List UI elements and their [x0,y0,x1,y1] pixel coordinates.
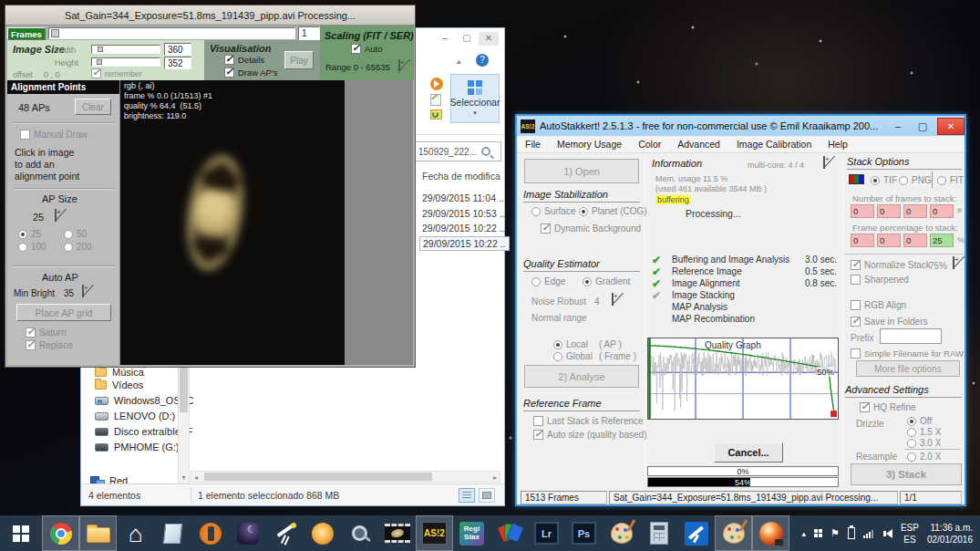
ap-size-100-radio[interactable]: 100 [18,242,46,252]
percent-stack-input-4[interactable] [930,234,954,247]
analyse-button[interactable]: 2) Analyse [524,365,639,388]
taskbar-stellarium[interactable] [229,515,266,551]
stepper-icon[interactable] [823,156,825,169]
sharpened-checkbox[interactable]: Sharpened [851,275,909,285]
scroll-right-icon[interactable]: ▸ [493,473,497,482]
file-row[interactable]: 29/09/2015 10:22 .. [422,223,505,234]
taskbar-paint2[interactable] [715,515,752,551]
width-slider-thumb[interactable] [98,47,103,52]
file-row[interactable]: 29/09/2015 10:53 .. [422,208,505,219]
simple-filename-checkbox[interactable]: Simple Filename for RAW [851,348,964,359]
gradient-radio[interactable]: Gradient [583,276,630,286]
close-icon[interactable]: ✕ [479,32,499,46]
language-indicator[interactable]: ESPES [901,522,919,546]
menu-file[interactable]: File [525,139,541,150]
ap-size-25-radio[interactable]: 25 [18,229,41,239]
tif-radio[interactable]: TIF [871,175,897,185]
ap-size-200-radio[interactable]: 200 [64,242,92,252]
auto-scaling-checkbox[interactable]: Auto [351,44,383,54]
maximize-icon[interactable]: ▢ [913,117,933,135]
close-icon[interactable]: ✕ [937,118,965,135]
place-ap-grid-button[interactable]: Place AP grid [16,304,111,321]
details-view-button[interactable] [459,488,475,503]
stepper-icon[interactable] [612,293,614,306]
tree-item-pmhome-drive[interactable]: PMHOME (G:) [95,442,180,452]
last-stack-reference-checkbox[interactable]: Last Stack is Reference [533,416,644,426]
speaker-icon[interactable] [882,529,892,538]
width-input[interactable] [164,43,191,56]
frame-preview[interactable]: rgb (, ai) frame % 0.0 (1/1513) #1 quali… [120,80,345,365]
maximize-icon[interactable]: ▢ [457,32,477,46]
column-header-date-modified[interactable]: Fecha de modifica [422,171,500,182]
frames-slider-thumb[interactable] [51,29,59,37]
menu-memory-usage[interactable]: Memory Usage [557,139,622,150]
taskbar-paint[interactable] [603,515,640,551]
taskbar-chrome[interactable] [42,515,79,551]
manual-draw-checkbox[interactable]: Manual Draw [20,130,88,140]
taskbar-notepad[interactable] [154,515,191,551]
open-button[interactable]: 1) Open [524,159,639,183]
more-file-options-button[interactable]: More file options [856,360,960,377]
taskbar-telescope[interactable] [266,515,304,551]
height-slider[interactable] [91,57,160,67]
percent-stack-input-3[interactable] [903,234,927,247]
height-slider-thumb[interactable] [97,59,102,65]
taskbar-registax[interactable]: RegiStax [453,515,490,551]
file-row-selected[interactable]: 29/09/2015 10:22 .. [419,236,510,251]
file-row[interactable]: 29/09/2015 11:04 .. [422,192,504,203]
scroll-down-icon[interactable]: ▾ [179,473,189,482]
tree-item-music[interactable]: Música [95,367,144,378]
search-input[interactable] [416,147,481,157]
taskbar-magnifier[interactable] [341,515,378,551]
menu-advanced[interactable]: Advanced [677,139,720,150]
ribbon-collapse-icon[interactable]: ▴ [457,57,461,66]
tray-expand-icon[interactable]: ▴ [802,529,807,538]
global-frame-radio[interactable]: Global( Frame ) [553,351,636,361]
fit-radio[interactable]: FIT [937,175,964,185]
width-slider[interactable] [91,45,160,54]
saturn-checkbox[interactable]: Saturn [26,327,66,338]
auto-size-checkbox[interactable]: Auto size (quality based) [533,430,647,440]
frame-number-input[interactable] [298,26,320,40]
tree-item-lenovo-drive[interactable]: LENOVO (D:) [95,411,175,421]
replace-checkbox[interactable]: Replace [26,340,73,350]
clock[interactable]: 11:36 a.m.02/01/2016 [927,522,973,546]
drizzle-off-radio[interactable]: Off [907,416,932,426]
cancel-button[interactable]: Cancel... [714,442,783,463]
edge-radio[interactable]: Edge [531,276,565,286]
percent-stack-input-1[interactable] [851,234,874,247]
frames-slider[interactable] [48,27,295,39]
drizzle-15x-radio[interactable]: 1.5 X [907,427,941,437]
local-ap-radio[interactable]: Local( AP ) [553,339,622,349]
taskbar-calculator[interactable] [640,515,677,551]
stack-button[interactable]: 3) Stack [851,463,962,485]
scroll-left-icon[interactable]: ◂ [194,473,198,482]
taskbar-lightroom[interactable]: Lr [528,515,565,551]
taskbar-photos[interactable] [490,515,528,551]
frames-stack-input-2[interactable] [877,204,901,218]
png-radio[interactable]: PNG [899,175,932,185]
flag-icon[interactable]: ⚑ [830,527,840,539]
select-button[interactable]: Seleccionar ▾ [450,74,500,123]
menu-help[interactable]: Help [828,139,848,150]
play-button[interactable]: Play [284,51,314,69]
autostakkert-titlebar[interactable]: AS!2 AutoStakkert! 2.5.1.3 - free for no… [517,116,965,136]
taskbar-home[interactable]: ⌂ [117,515,154,551]
draw-aps-checkbox[interactable]: Draw AP's [224,68,278,78]
rgb-align-checkbox[interactable]: RGB Align [851,300,906,310]
taskbar-satellite[interactable] [677,515,715,551]
windows-flag-icon[interactable] [814,529,822,537]
frames-window-titlebar[interactable]: Sat_Gain=344_Exposure=51.8ms_191439_pipp… [5,5,415,26]
save-in-folders-checkbox[interactable]: Save in Folders [851,317,927,327]
taskbar-remote[interactable] [191,515,229,551]
planet-cog-radio[interactable]: Planet (COG) [579,206,647,216]
menu-image-calibration[interactable]: Image Calibration [737,139,811,150]
thumbnail-view-button[interactable] [479,488,495,503]
minimize-icon[interactable]: – [888,117,908,135]
remember-checkbox[interactable]: remember [91,68,142,78]
stepper-icon[interactable] [82,285,84,297]
clear-aps-button[interactable]: Clear [75,99,111,115]
hq-refine-checkbox[interactable]: HQ Refine [860,402,916,412]
taskbar-pipp[interactable] [378,515,416,551]
taskbar-file-explorer[interactable] [79,515,117,551]
